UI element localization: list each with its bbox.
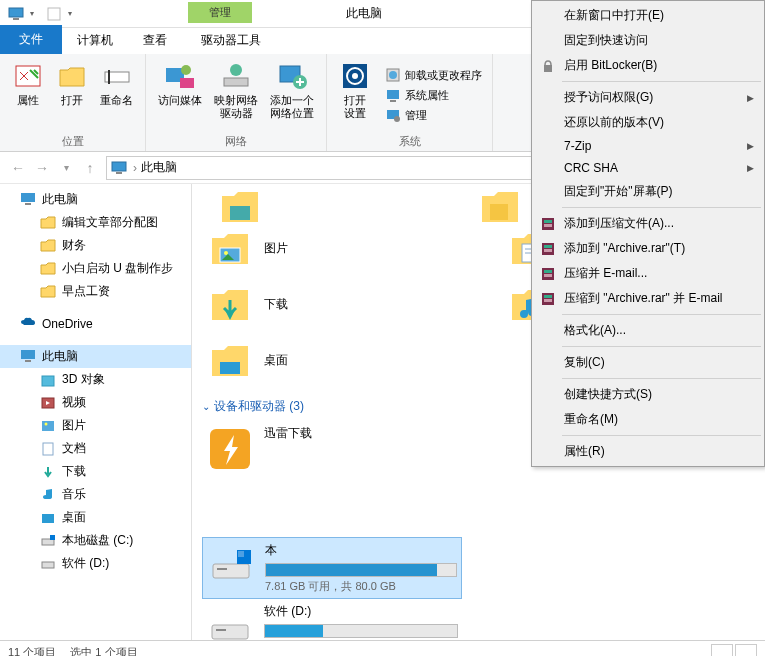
system-props-icon — [385, 87, 401, 103]
open-settings-button[interactable]: 打开 设置 — [333, 58, 377, 132]
add-network-icon — [276, 60, 308, 92]
address-chevron-icon[interactable]: › — [133, 161, 137, 175]
item-icon — [40, 441, 56, 457]
svg-rect-62 — [544, 249, 552, 252]
properties-button[interactable]: 属性 — [6, 58, 50, 132]
tree-pc-child[interactable]: 视频 — [0, 391, 191, 414]
qat-dropdown-icon[interactable]: ▾ — [30, 9, 38, 18]
qat-save-icon[interactable] — [44, 4, 64, 24]
address-location[interactable]: 此电脑 — [141, 159, 177, 176]
tree-pc-child[interactable]: 下载 — [0, 460, 191, 483]
context-menu-item[interactable]: 复制(C) — [534, 350, 762, 375]
tree-this-pc-top[interactable]: 此电脑 — [0, 188, 191, 211]
submenu-arrow-icon: ▶ — [747, 163, 754, 173]
open-folder-icon — [56, 60, 88, 92]
context-menu-item[interactable]: 在新窗口中打开(E) — [534, 3, 762, 28]
rename-button[interactable]: 重命名 — [94, 58, 139, 132]
tree-this-pc[interactable]: 此电脑 — [0, 345, 191, 368]
tree-onedrive[interactable]: OneDrive — [0, 313, 191, 335]
context-menu-item[interactable]: 创建快捷方式(S) — [534, 382, 762, 407]
nav-back-button[interactable]: ← — [6, 156, 30, 180]
map-drive-button[interactable]: 映射网络 驱动器 — [208, 58, 264, 132]
svg-rect-19 — [390, 100, 396, 102]
properties-icon — [12, 60, 44, 92]
context-menu-item[interactable]: 启用 BitLocker(B) — [534, 53, 762, 78]
context-menu-item[interactable]: 压缩到 "Archive.rar" 并 E-mail — [534, 286, 762, 311]
tree-pc-child[interactable]: 文档 — [0, 437, 191, 460]
tree-pc-child[interactable]: 音乐 — [0, 483, 191, 506]
tree-pc-child[interactable]: 本地磁盘 (C:) — [0, 529, 191, 552]
context-menu-item[interactable]: 固定到快速访问 — [534, 28, 762, 53]
svg-rect-27 — [25, 360, 31, 362]
view-details-button[interactable] — [711, 644, 733, 657]
drive-usage-bar — [264, 624, 458, 638]
qat-dropdown2-icon[interactable]: ▾ — [68, 9, 76, 18]
svg-point-17 — [389, 71, 397, 79]
tree-quick-item[interactable]: 财务 — [0, 234, 191, 257]
folder-item[interactable] — [212, 184, 452, 234]
context-menu-item[interactable]: 授予访问权限(G)▶ — [534, 85, 762, 110]
context-menu-item[interactable]: 添加到压缩文件(A)... — [534, 211, 762, 236]
downloads-folder-icon — [206, 280, 254, 328]
tree-pc-child[interactable]: 图片 — [0, 414, 191, 437]
pc-icon — [20, 349, 36, 365]
context-menu-item[interactable]: 压缩并 E-mail... — [534, 261, 762, 286]
folder-downloads[interactable]: 下载 — [202, 276, 442, 332]
pc-icon — [20, 192, 36, 208]
svg-point-10 — [230, 64, 242, 76]
tree-quick-item[interactable]: 编辑文章部分配图 — [0, 211, 191, 234]
svg-rect-34 — [42, 514, 54, 523]
svg-rect-56 — [544, 65, 552, 72]
qat-pc-icon[interactable] — [6, 4, 26, 24]
thunder-download-item[interactable]: 迅雷下载 — [202, 421, 462, 477]
context-menu-item[interactable]: 固定到"开始"屏幕(P) — [534, 179, 762, 204]
nav-tree[interactable]: 此电脑 编辑文章部分配图财务小白启动 U 盘制作步早点工资 OneDrive 此… — [0, 184, 192, 640]
context-menu-item[interactable]: 属性(R) — [534, 439, 762, 464]
c-drive-item[interactable]: 本 7.81 GB 可用，共 80.0 GB — [202, 537, 462, 599]
uninstall-programs-button[interactable]: 卸载或更改程序 — [381, 65, 486, 85]
context-menu-item[interactable]: 还原以前的版本(V) — [534, 110, 762, 135]
context-menu-item[interactable]: 格式化(A)... — [534, 318, 762, 343]
svg-rect-9 — [224, 78, 248, 86]
tree-pc-child[interactable]: 软件 (D:) — [0, 552, 191, 575]
folder-desktop[interactable]: 桌面 — [202, 332, 442, 388]
nav-forward-button[interactable]: → — [30, 156, 54, 180]
d-drive-item[interactable]: 软件 (D:) 111 GB 可用，共 158 GB — [202, 599, 462, 640]
svg-rect-23 — [116, 172, 122, 174]
svg-point-15 — [352, 73, 358, 79]
context-menu-item[interactable]: 重命名(M) — [534, 407, 762, 432]
tab-drive-tools[interactable]: 驱动器工具 — [186, 27, 276, 54]
svg-rect-65 — [544, 274, 552, 277]
manage-button[interactable]: 管理 — [381, 105, 486, 125]
context-menu-item[interactable]: 7-Zip▶ — [534, 135, 762, 157]
tab-view[interactable]: 查看 — [128, 27, 182, 54]
submenu-arrow-icon: ▶ — [747, 93, 754, 103]
map-drive-icon — [220, 60, 252, 92]
tree-pc-child[interactable]: 3D 对象 — [0, 368, 191, 391]
svg-rect-24 — [21, 193, 35, 202]
nav-history-button[interactable]: ▾ — [54, 156, 78, 180]
submenu-arrow-icon: ▶ — [747, 141, 754, 151]
access-media-button[interactable]: 访问媒体 — [152, 58, 208, 132]
rar-icon — [540, 291, 556, 307]
svg-rect-31 — [42, 421, 54, 431]
context-menu-item[interactable]: 添加到 "Archive.rar"(T) — [534, 236, 762, 261]
svg-rect-1 — [13, 18, 19, 20]
item-icon — [40, 418, 56, 434]
tab-file[interactable]: 文件 — [0, 25, 62, 54]
system-properties-button[interactable]: 系统属性 — [381, 85, 486, 105]
context-menu-item[interactable]: CRC SHA▶ — [534, 157, 762, 179]
item-icon — [40, 464, 56, 480]
status-selected-count: 选中 1 个项目 — [70, 645, 137, 656]
tree-quick-item[interactable]: 早点工资 — [0, 280, 191, 303]
svg-rect-61 — [544, 245, 552, 248]
tree-quick-item[interactable]: 小白启动 U 盘制作步 — [0, 257, 191, 280]
view-large-icons-button[interactable] — [735, 644, 757, 657]
open-button[interactable]: 打开 — [50, 58, 94, 132]
tab-computer[interactable]: 计算机 — [62, 27, 128, 54]
rar-icon — [540, 216, 556, 232]
add-network-location-button[interactable]: 添加一个 网络位置 — [264, 58, 320, 132]
tree-pc-child[interactable]: 桌面 — [0, 506, 191, 529]
window-title: 此电脑 — [336, 1, 392, 26]
nav-up-button[interactable]: ↑ — [78, 156, 102, 180]
